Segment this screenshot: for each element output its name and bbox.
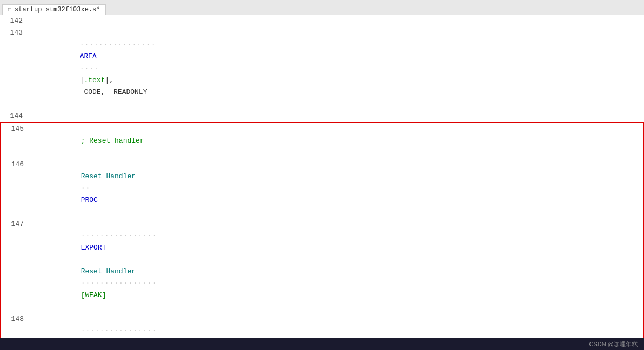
space-dots: ···· (80, 64, 99, 72)
line-num-143: 143 (0, 27, 27, 110)
line-content-142[interactable] (27, 15, 644, 27)
watermark-text: CSDN @咖哩年糕 (589, 340, 638, 348)
line-num-142: 142 (0, 15, 27, 27)
line-num-148: 148 (1, 313, 28, 338)
file-tab[interactable]: □ startup_stm32f103xe.s* (2, 4, 106, 15)
line-content-148[interactable]: ················ IMPORT __main (28, 313, 643, 338)
code-line-145: 145 ; Reset handler (0, 122, 644, 159)
line-num-144: 144 (0, 110, 27, 122)
code-wrapper: 142 143 ················ AREA ···· |.tex… (0, 15, 644, 338)
line-content-147[interactable]: ················ EXPORT Reset_Handler ··… (28, 218, 643, 313)
code-line-142: 142 (0, 15, 644, 27)
code-line-144: 144 (0, 110, 644, 122)
tab-label: startup_stm32f103xe.s* (15, 6, 100, 14)
code-line-146: 146 Reset_Handler ·· PROC (0, 159, 644, 218)
line-num-145: 145 (1, 123, 28, 159)
code-line-147: 147 ················ EXPORT Reset_Handle… (0, 218, 644, 313)
code-line-143: 143 ················ AREA ···· |.text|, … (0, 27, 644, 110)
editor-content: 142 143 ················ AREA ···· |.tex… (0, 15, 644, 338)
line-num-147: 147 (1, 218, 28, 313)
kw-area: AREA (80, 52, 97, 60)
file-icon: □ (8, 7, 11, 13)
line-content-144[interactable] (27, 110, 644, 122)
lines-wrapper: 142 143 ················ AREA ···· |.tex… (0, 15, 644, 338)
code-line-148: 148 ················ IMPORT __main (0, 313, 644, 338)
tab-bar: □ startup_stm32f103xe.s* (0, 0, 644, 15)
bottom-bar: CSDN @咖哩年糕 (0, 338, 644, 350)
line-content-146[interactable]: Reset_Handler ·· PROC (28, 159, 643, 218)
line-content-143[interactable]: ················ AREA ···· |.text|, CODE… (27, 27, 644, 110)
line-num-146: 146 (1, 159, 28, 218)
editor-window: □ startup_stm32f103xe.s* 142 143 ·······… (0, 0, 644, 350)
indent-dots: ················ (80, 41, 156, 49)
line-content-145[interactable]: ; Reset handler (28, 123, 643, 159)
